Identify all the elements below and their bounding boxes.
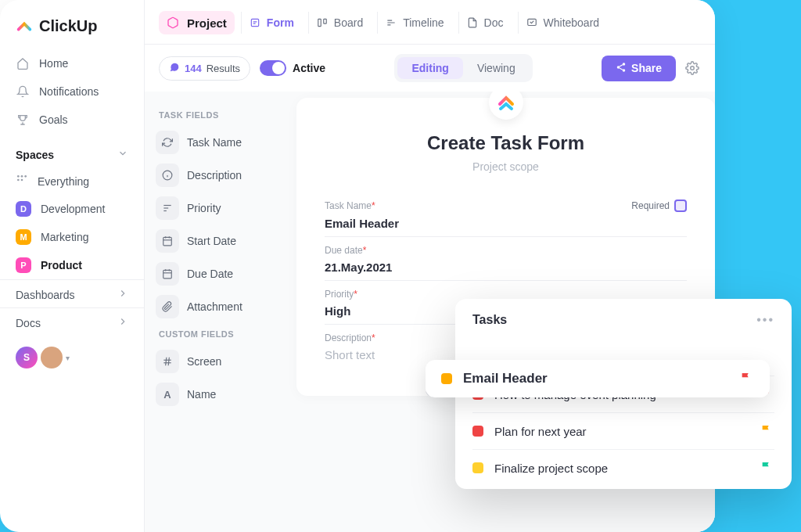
bell-icon [16,84,30,99]
status-square [441,373,452,384]
tab-label: Whiteboard [544,16,600,29]
svg-point-3 [17,179,20,182]
form-subtitle: Project scope [325,160,687,173]
space-label: Product [41,259,82,271]
nav-home[interactable]: Home [0,49,144,77]
active-toggle[interactable]: Active [260,60,325,76]
spaces-header[interactable]: Spaces [0,140,144,167]
svg-point-9 [623,63,626,66]
viewing-button[interactable]: Viewing [463,57,530,79]
field-value[interactable]: Email Header [325,212,687,230]
comment-icon [169,62,180,75]
tab-label: Doc [484,16,504,29]
svg-rect-21 [163,237,172,246]
whiteboard-icon [526,16,539,29]
custom-fields-header: CUSTOM FIELDS [156,323,275,345]
section-label: Spaces [16,149,54,161]
space-marketing[interactable]: M Marketing [0,223,144,251]
tab-timeline[interactable]: Timeline [377,12,451,34]
form-app-icon [489,92,523,120]
cube-icon [167,16,181,30]
field-screen[interactable]: Screen [156,345,275,378]
svg-point-4 [21,179,23,182]
space-product[interactable]: P Product [0,251,144,279]
space-label: Everything [38,175,89,188]
editing-button[interactable]: Editing [397,57,462,79]
svg-point-0 [17,175,20,178]
field-description[interactable]: Description [156,159,275,192]
space-label: Development [41,203,106,215]
sidebar: ClickUp Home Notifications Goals Spaces … [0,0,145,532]
tab-label: Board [334,16,363,29]
tab-board[interactable]: Board [308,12,371,34]
fields-panel: TASK FIELDS Task Name Description Priori… [145,92,286,532]
field-label: Due Date [187,268,233,280]
svg-point-14 [691,66,695,70]
svg-line-13 [620,64,623,66]
user-avatars[interactable]: S ▾ [0,336,144,379]
flag-icon[interactable] [740,372,754,386]
more-icon[interactable]: ••• [756,313,774,327]
task-item[interactable]: Plan for next year [472,412,774,449]
tab-form[interactable]: Form [241,12,302,34]
field-priority[interactable]: Priority [156,192,275,225]
docs-header[interactable]: Docs [0,307,144,336]
mode-segment: Editing Viewing [394,54,532,82]
project-chip[interactable]: Project [159,11,235,34]
toggle-switch[interactable] [260,60,286,76]
nav-label: Notifications [39,85,99,98]
field-name[interactable]: AName [156,378,275,411]
refresh-icon [156,131,179,154]
settings-button[interactable] [685,60,701,76]
tasks-popup: Tasks ••• Email Header How to manage eve… [455,299,792,489]
field-task-name[interactable]: Task Name [156,126,275,159]
task-item[interactable]: Finalize project scope [472,449,774,486]
nav-goals[interactable]: Goals [0,106,144,134]
results-count[interactable]: 144 Results [159,56,250,81]
hash-icon [156,350,179,373]
nav-notifications[interactable]: Notifications [0,77,144,106]
dashboards-header[interactable]: Dashboards [0,279,144,307]
field-label: Priority* [325,289,687,300]
field-label: Due date* [325,245,687,256]
form-title: Create Task Form [325,132,687,154]
task-item-floating[interactable]: Email Header [426,360,770,397]
tasks-title: Tasks [472,313,507,327]
paperclip-icon [156,295,179,318]
tab-whiteboard[interactable]: Whiteboard [518,12,608,34]
toggle-label: Active [293,62,325,74]
grid-icon [16,174,28,189]
field-label: Attachment [187,300,242,313]
required-checkbox[interactable] [674,200,687,212]
field-due-date[interactable]: Due Date [156,257,275,290]
calendar-icon [156,262,179,286]
field-start-date[interactable]: Start Date [156,225,275,257]
tab-doc[interactable]: Doc [458,12,512,34]
field-value[interactable]: 21.May.2021 [325,256,687,274]
field-label: Priority [187,202,221,214]
svg-line-31 [166,358,167,366]
flag-icon[interactable] [760,424,774,438]
avatar [41,347,63,368]
caret-down-icon: ▾ [66,354,70,362]
space-development[interactable]: D Development [0,195,144,223]
project-label: Project [187,16,227,30]
share-label: Share [631,62,662,74]
svg-rect-5 [251,19,258,26]
field-label: Task Name [187,136,242,149]
required-indicator[interactable]: Required [631,200,687,212]
space-everything[interactable]: Everything [0,167,144,195]
flag-icon[interactable] [760,461,774,475]
clickup-logo-icon [16,18,33,35]
svg-line-32 [168,358,169,366]
form-row-due-date[interactable]: Due date* 21.May.2021 [325,237,687,281]
svg-point-2 [24,175,27,178]
nav-label: Home [39,57,68,70]
svg-rect-6 [318,19,321,26]
task-fields-header: TASK FIELDS [156,104,275,126]
form-row-task-name[interactable]: Task Name* Required Email Header [325,192,687,237]
field-label: Name [187,388,216,401]
logo[interactable]: ClickUp [0,0,144,49]
share-button[interactable]: Share [602,56,676,81]
field-attachment[interactable]: Attachment [156,290,275,323]
